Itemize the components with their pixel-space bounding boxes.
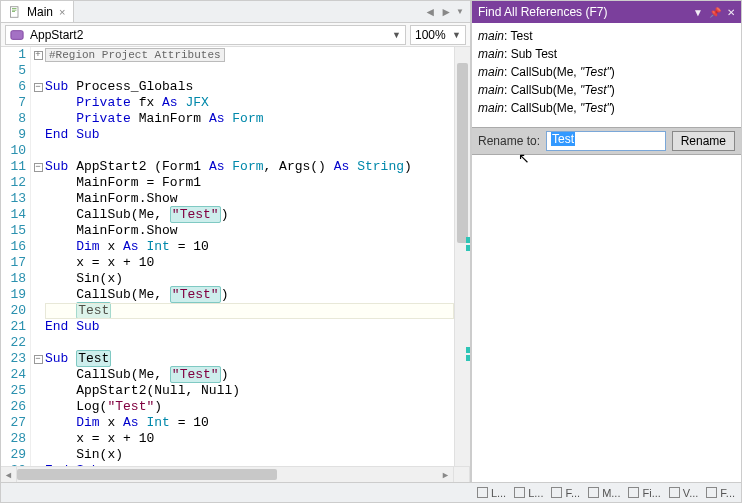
tab-prev-icon[interactable]: ◄ — [424, 5, 436, 19]
code-line[interactable]: AppStart2(Null, Null) — [45, 383, 454, 399]
code-line[interactable]: End Sub — [45, 127, 454, 143]
status-cell[interactable]: F... — [551, 487, 580, 499]
line-gutter: 1567891011121314151617181920212223242526… — [1, 47, 31, 466]
code-line[interactable]: MainForm = Form1 — [45, 175, 454, 191]
tab-nav: ◄ ► ▼ — [424, 1, 470, 22]
status-icon — [588, 487, 599, 498]
editor-body[interactable]: 1567891011121314151617181920212223242526… — [1, 47, 470, 466]
code-line[interactable]: End Sub — [45, 319, 454, 335]
sub-icon — [10, 28, 24, 42]
code-line[interactable]: Sub Process_Globals — [45, 79, 454, 95]
code-line[interactable] — [45, 143, 454, 159]
find-references-panel: Find All References (F7) ▼ 📌 ✕ main: Tes… — [471, 1, 741, 482]
rename-label: Rename to: — [478, 134, 540, 148]
svg-rect-1 — [12, 8, 17, 9]
code-line[interactable]: Sub Test — [45, 351, 454, 367]
tab-close-icon[interactable]: × — [59, 6, 65, 18]
tab-list-icon[interactable]: ▼ — [456, 7, 464, 16]
status-label: M... — [602, 487, 620, 499]
code-line[interactable]: Test — [45, 303, 454, 319]
rename-button[interactable]: Rename — [672, 131, 735, 151]
reference-item[interactable]: main: CallSub(Me, "Test") — [478, 81, 735, 99]
fold-gutter: +−−− — [31, 47, 45, 466]
rename-input[interactable]: Test — [546, 131, 666, 151]
marker — [466, 347, 470, 353]
pin-icon[interactable]: 📌 — [709, 7, 721, 18]
status-cell[interactable]: L... — [514, 487, 543, 499]
status-cell[interactable]: L... — [477, 487, 506, 499]
code-line[interactable] — [45, 63, 454, 79]
references-list: main: Testmain: Sub Testmain: CallSub(Me… — [472, 23, 741, 121]
tab-next-icon[interactable]: ► — [440, 5, 452, 19]
status-bar: L...L...F...M...Fi...V...F... — [1, 482, 741, 502]
horizontal-scrollbar[interactable]: ◄ ► — [1, 466, 470, 482]
close-icon[interactable]: ✕ — [727, 7, 735, 18]
vertical-scrollbar[interactable] — [454, 47, 470, 466]
scrollbar-thumb[interactable] — [17, 469, 277, 480]
zoom-value: 100% — [415, 28, 446, 42]
status-label: F... — [565, 487, 580, 499]
code-line[interactable]: Private MainForm As Form — [45, 111, 454, 127]
reference-item[interactable]: main: Sub Test — [478, 45, 735, 63]
code-line[interactable]: Sin(x) — [45, 447, 454, 463]
code-line[interactable]: CallSub(Me, "Test") — [45, 287, 454, 303]
scrollbar-thumb[interactable] — [457, 63, 468, 243]
panel-title-bar: Find All References (F7) ▼ 📌 ✕ — [472, 1, 741, 23]
member-combo[interactable]: AppStart2 ▼ — [5, 25, 406, 45]
rename-bar: Rename to: Test Rename ↖ — [472, 127, 741, 155]
code-line[interactable]: MainForm.Show — [45, 223, 454, 239]
status-icon — [551, 487, 562, 498]
cursor-icon: ↖ — [518, 150, 530, 166]
scroll-left-icon[interactable]: ◄ — [1, 467, 17, 482]
scroll-right-icon[interactable]: ► — [438, 467, 454, 482]
code-line[interactable]: Dim x As Int = 10 — [45, 415, 454, 431]
status-label: L... — [491, 487, 506, 499]
marker — [466, 245, 470, 251]
rename-input-value: Test — [551, 132, 575, 146]
status-cell[interactable]: M... — [588, 487, 620, 499]
marker — [466, 237, 470, 243]
chevron-down-icon: ▼ — [452, 30, 461, 40]
code-line[interactable]: End Sub — [45, 463, 454, 466]
svg-rect-3 — [12, 11, 15, 12]
tab-main[interactable]: Main × — [1, 1, 74, 22]
reference-item[interactable]: main: CallSub(Me, "Test") — [478, 63, 735, 81]
code-line[interactable]: Log("Test") — [45, 399, 454, 415]
tab-label: Main — [27, 5, 53, 19]
code-line[interactable]: CallSub(Me, "Test") — [45, 367, 454, 383]
marker — [466, 355, 470, 361]
panel-title: Find All References (F7) — [478, 5, 607, 19]
status-cell[interactable]: F... — [706, 487, 735, 499]
reference-item[interactable]: main: Test — [478, 27, 735, 45]
status-icon — [514, 487, 525, 498]
code-line[interactable] — [45, 335, 454, 351]
code-line[interactable]: MainForm.Show — [45, 191, 454, 207]
code-line[interactable]: Private fx As JFX — [45, 95, 454, 111]
status-icon — [628, 487, 639, 498]
status-cell[interactable]: V... — [669, 487, 699, 499]
code-line[interactable]: Dim x As Int = 10 — [45, 239, 454, 255]
member-combo-label: AppStart2 — [30, 28, 83, 42]
editor-panel: Main × ◄ ► ▼ AppStart2 ▼ 100% ▼ 15678910… — [1, 1, 471, 482]
code-line[interactable]: CallSub(Me, "Test") — [45, 207, 454, 223]
status-icon — [669, 487, 680, 498]
zoom-combo[interactable]: 100% ▼ — [410, 25, 466, 45]
status-label: Fi... — [642, 487, 660, 499]
panel-menu-icon[interactable]: ▼ — [693, 7, 703, 18]
code-line[interactable]: Sub AppStart2 (Form1 As Form, Args() As … — [45, 159, 454, 175]
code-line[interactable]: x = x + 10 — [45, 255, 454, 271]
reference-item[interactable]: main: CallSub(Me, "Test") — [478, 99, 735, 117]
code-area[interactable]: #Region Project AttributesSub Process_Gl… — [45, 47, 454, 466]
chevron-down-icon: ▼ — [392, 30, 401, 40]
tab-strip: Main × ◄ ► ▼ — [1, 1, 470, 23]
status-icon — [706, 487, 717, 498]
status-cell[interactable]: Fi... — [628, 487, 660, 499]
page-icon — [9, 6, 21, 18]
code-line[interactable]: Sin(x) — [45, 271, 454, 287]
status-label: F... — [720, 487, 735, 499]
code-line[interactable]: #Region Project Attributes — [45, 47, 454, 63]
code-line[interactable]: x = x + 10 — [45, 431, 454, 447]
status-label: V... — [683, 487, 699, 499]
status-label: L... — [528, 487, 543, 499]
status-icon — [477, 487, 488, 498]
